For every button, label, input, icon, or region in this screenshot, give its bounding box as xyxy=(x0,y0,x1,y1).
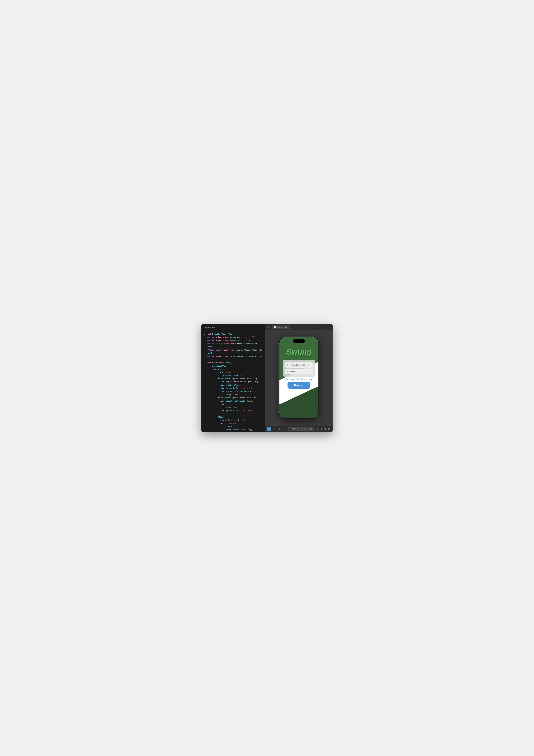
inspect-button[interactable]: ⬚ xyxy=(272,427,276,431)
grid-button[interactable]: ⊞ xyxy=(277,427,281,431)
zoom-controls: ⊖ ⊙ ⊕ ⊗ xyxy=(316,427,331,430)
app-inner: Swung Have an account? Click here to log… xyxy=(279,337,318,418)
device-name: Automatic – iPhone 15 Pro xyxy=(292,428,312,430)
username-input[interactable] xyxy=(285,362,313,367)
register-button[interactable]: Register xyxy=(288,382,310,389)
code-line-8: @State private var isUsernameValid: Bool… xyxy=(208,355,263,358)
pin-icon[interactable] xyxy=(267,325,270,329)
window-icon: ⬜ xyxy=(273,326,276,328)
zoom-minus-button[interactable]: ⊖ xyxy=(316,427,319,430)
iphone-screen: Swung Have an account? Click here to log… xyxy=(279,337,318,418)
app-logo: Swung xyxy=(286,347,312,357)
zoom-plus-button[interactable]: ⊕ xyxy=(323,427,327,430)
preview-toolbar: ⬜ Register View xyxy=(265,324,333,330)
device-selector[interactable]: 📱 Automatic – iPhone 15 Pro ▾ xyxy=(288,427,315,430)
code-line-14: .ignoresSafeArea() xyxy=(221,374,263,377)
editor-area: import SwiftUI struct RegisterView: View… xyxy=(201,324,333,432)
dynamic-island xyxy=(293,339,305,343)
code-line-5: @State private var password: String = "" xyxy=(208,339,263,342)
code-line-11: NavigationView { xyxy=(211,364,263,368)
toolbar-left: ▶ ⬚ ⊞ ⚙ xyxy=(267,427,287,431)
password-input[interactable] xyxy=(285,369,313,374)
preview-panel: ⬜ Register View Swung xyxy=(265,324,333,432)
code-line-18: .foregroundColor(.buttsTwo) xyxy=(221,387,263,390)
code-line-6: @FocusState private var emailFieldIsFocu… xyxy=(208,342,263,349)
code-line-22: .rotationEffect(Angle(degrees: -25)) xyxy=(221,399,263,406)
code-line-21: RoundedRectangle(cornerRadius: 0) xyxy=(217,396,263,399)
code-line-3: struct RegisterView: View { xyxy=(204,333,263,336)
form-card xyxy=(283,360,315,377)
code-line-10: var body: some View { xyxy=(208,361,263,364)
login-link[interactable]: Have an account? Click here to login xyxy=(286,378,313,380)
preview-title-pill: ⬜ Register View xyxy=(272,325,290,329)
code-line-20: .offset(y: -300) xyxy=(221,393,263,396)
code-line-26: VStack { xyxy=(217,416,263,419)
code-line-12: ZStack { xyxy=(214,368,263,371)
code-line-24: .foregroundColor(.buttsFive) xyxy=(221,409,263,412)
play-button[interactable]: ▶ xyxy=(267,427,271,431)
chevron-down-icon: ▾ xyxy=(312,428,313,430)
code-line-27: Spacer(minLength: 70) xyxy=(221,419,263,422)
code-line-15: RoundedRectangle(cornerRadius: 15) xyxy=(217,377,263,381)
code-editor-panel[interactable]: import SwiftUI struct RegisterView: View… xyxy=(201,324,265,432)
code-line-13: Color(.white) xyxy=(217,371,263,374)
code-line-28: Text("Swung") xyxy=(221,422,263,425)
preview-title: Register View xyxy=(277,326,288,328)
code-line-29: .italic() xyxy=(224,425,263,428)
app-content: Swung Have an account? Click here to log… xyxy=(279,337,318,418)
zoom-fit-button[interactable]: ⊙ xyxy=(319,427,323,430)
xcode-window: import SwiftUI struct RegisterView: View… xyxy=(201,324,333,432)
preview-content: Swung Have an account? Click here to log… xyxy=(265,330,333,426)
zoom-reset-button[interactable]: ⊗ xyxy=(327,427,331,430)
code-line-19: .rotationEffect(.degrees(-25)) xyxy=(221,390,263,393)
settings-button[interactable]: ⚙ xyxy=(283,427,287,431)
code-line-23: .offset(y: 800) xyxy=(221,406,263,409)
code-line-4: @State private var username: String = "" xyxy=(208,336,263,339)
code-line-30: .font(.system(size: 78)) xyxy=(224,428,263,432)
iphone-mockup: Swung Have an account? Click here to log… xyxy=(279,337,319,419)
device-icon: 📱 xyxy=(289,428,291,430)
code-line-7: @FocusState private var passwordFieldIsF… xyxy=(208,349,263,355)
bottom-toolbar: ▶ ⬚ ⊞ ⚙ 📱 Automatic – iPhone 15 Pro ▾ ⊖ … xyxy=(265,426,333,432)
code-line-17: .ignoresSafeArea() xyxy=(221,384,263,387)
code-line-1: import SwiftUI xyxy=(204,326,263,329)
code-line-31: .fontWeight(.heavy) xyxy=(224,432,263,432)
code-line-16: .frame(width: 1000, height: 400) xyxy=(221,380,263,384)
